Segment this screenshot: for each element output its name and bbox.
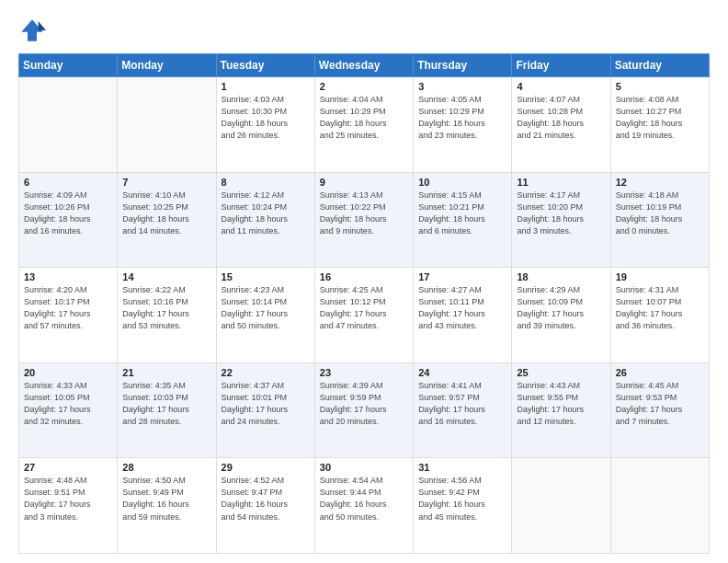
calendar-cell: 28Sunrise: 4:50 AM Sunset: 9:49 PM Dayli… [118,458,216,554]
calendar-cell: 27Sunrise: 4:48 AM Sunset: 9:51 PM Dayli… [19,458,118,554]
calendar-cell: 11Sunrise: 4:17 AM Sunset: 10:20 PM Dayl… [512,172,610,268]
calendar-header-sunday: Sunday [19,54,118,77]
day-info: Sunrise: 4:27 AM Sunset: 10:11 PM Daylig… [418,284,506,332]
calendar-cell: 2Sunrise: 4:04 AM Sunset: 10:29 PM Dayli… [314,77,413,173]
calendar-cell: 25Sunrise: 4:43 AM Sunset: 9:55 PM Dayli… [512,362,610,458]
calendar-week-3: 13Sunrise: 4:20 AM Sunset: 10:17 PM Dayl… [19,268,710,363]
day-info: Sunrise: 4:52 AM Sunset: 9:47 PM Dayligh… [222,475,310,523]
calendar-cell: 13Sunrise: 4:20 AM Sunset: 10:17 PM Dayl… [19,268,118,363]
calendar-cell: 7Sunrise: 4:10 AM Sunset: 10:25 PM Dayli… [118,172,216,268]
day-number: 25 [517,367,605,378]
svg-marker-1 [39,21,46,30]
day-number: 6 [24,177,112,188]
day-info: Sunrise: 4:50 AM Sunset: 9:49 PM Dayligh… [122,475,210,523]
header [18,17,710,44]
day-info: Sunrise: 4:41 AM Sunset: 9:57 PM Dayligh… [418,380,506,428]
calendar-cell: 8Sunrise: 4:12 AM Sunset: 10:24 PM Dayli… [216,172,314,268]
logo-icon [18,17,46,44]
day-number: 16 [320,271,408,282]
day-info: Sunrise: 4:31 AM Sunset: 10:07 PM Daylig… [616,284,704,332]
calendar-cell: 16Sunrise: 4:25 AM Sunset: 10:12 PM Dayl… [314,268,413,363]
day-number: 30 [320,462,408,473]
calendar-cell [610,458,709,554]
calendar-cell: 3Sunrise: 4:05 AM Sunset: 10:29 PM Dayli… [414,77,512,173]
day-number: 1 [222,81,310,92]
day-info: Sunrise: 4:56 AM Sunset: 9:42 PM Dayligh… [418,475,506,523]
day-number: 9 [320,177,408,188]
day-number: 28 [122,462,210,473]
day-info: Sunrise: 4:48 AM Sunset: 9:51 PM Dayligh… [24,475,112,523]
calendar-cell: 14Sunrise: 4:22 AM Sunset: 10:16 PM Dayl… [118,268,216,363]
day-number: 15 [222,271,310,282]
calendar-cell: 12Sunrise: 4:18 AM Sunset: 10:19 PM Dayl… [610,172,709,268]
day-info: Sunrise: 4:39 AM Sunset: 9:59 PM Dayligh… [320,380,408,428]
day-number: 2 [320,81,408,92]
day-info: Sunrise: 4:12 AM Sunset: 10:24 PM Daylig… [222,190,310,237]
day-number: 12 [616,177,704,188]
calendar-cell: 9Sunrise: 4:13 AM Sunset: 10:22 PM Dayli… [314,172,413,268]
day-number: 22 [222,367,310,378]
calendar-cell: 22Sunrise: 4:37 AM Sunset: 10:01 PM Dayl… [216,362,314,458]
day-number: 31 [418,462,506,473]
day-info: Sunrise: 4:43 AM Sunset: 9:55 PM Dayligh… [517,380,605,428]
calendar-cell [512,458,610,554]
day-info: Sunrise: 4:20 AM Sunset: 10:17 PM Daylig… [24,284,112,332]
day-info: Sunrise: 4:04 AM Sunset: 10:29 PM Daylig… [320,94,408,142]
day-number: 14 [122,271,210,282]
calendar-cell: 30Sunrise: 4:54 AM Sunset: 9:44 PM Dayli… [314,458,413,554]
calendar-cell [19,77,118,173]
calendar-week-4: 20Sunrise: 4:33 AM Sunset: 10:05 PM Dayl… [19,362,710,458]
day-number: 26 [616,367,704,378]
day-number: 8 [222,177,310,188]
day-info: Sunrise: 4:45 AM Sunset: 9:53 PM Dayligh… [616,380,704,428]
day-info: Sunrise: 4:37 AM Sunset: 10:01 PM Daylig… [222,380,310,428]
day-number: 13 [24,271,112,282]
day-number: 10 [418,177,506,188]
day-number: 20 [24,367,112,378]
day-info: Sunrise: 4:54 AM Sunset: 9:44 PM Dayligh… [320,475,408,523]
calendar-header-thursday: Thursday [414,54,512,77]
calendar-cell: 24Sunrise: 4:41 AM Sunset: 9:57 PM Dayli… [414,362,512,458]
calendar-cell: 20Sunrise: 4:33 AM Sunset: 10:05 PM Dayl… [19,362,118,458]
day-number: 27 [24,462,112,473]
calendar-cell: 21Sunrise: 4:35 AM Sunset: 10:03 PM Dayl… [118,362,216,458]
day-info: Sunrise: 4:33 AM Sunset: 10:05 PM Daylig… [24,380,112,428]
calendar-week-5: 27Sunrise: 4:48 AM Sunset: 9:51 PM Dayli… [19,458,710,554]
day-info: Sunrise: 4:17 AM Sunset: 10:20 PM Daylig… [517,190,605,237]
calendar-header-row: SundayMondayTuesdayWednesdayThursdayFrid… [19,54,710,77]
calendar-cell: 18Sunrise: 4:29 AM Sunset: 10:09 PM Dayl… [512,268,610,363]
calendar-header-wednesday: Wednesday [314,54,413,77]
day-number: 24 [418,367,506,378]
day-number: 3 [418,81,506,92]
calendar-cell: 29Sunrise: 4:52 AM Sunset: 9:47 PM Dayli… [216,458,314,554]
calendar-cell: 10Sunrise: 4:15 AM Sunset: 10:21 PM Dayl… [414,172,512,268]
day-info: Sunrise: 4:35 AM Sunset: 10:03 PM Daylig… [122,380,210,428]
calendar-week-1: 1Sunrise: 4:03 AM Sunset: 10:30 PM Dayli… [19,77,710,173]
day-number: 17 [418,271,506,282]
day-info: Sunrise: 4:08 AM Sunset: 10:27 PM Daylig… [616,94,704,142]
day-number: 11 [517,177,605,188]
day-number: 19 [616,271,704,282]
day-number: 23 [320,367,408,378]
day-info: Sunrise: 4:03 AM Sunset: 10:30 PM Daylig… [222,94,310,142]
day-info: Sunrise: 4:09 AM Sunset: 10:26 PM Daylig… [24,190,112,237]
calendar-header-monday: Monday [118,54,216,77]
calendar-table: SundayMondayTuesdayWednesdayThursdayFrid… [18,53,710,554]
calendar-cell: 5Sunrise: 4:08 AM Sunset: 10:27 PM Dayli… [610,77,709,173]
day-number: 29 [222,462,310,473]
day-number: 7 [122,177,210,188]
day-info: Sunrise: 4:22 AM Sunset: 10:16 PM Daylig… [122,284,210,332]
logo [18,17,50,44]
day-number: 4 [517,81,605,92]
calendar-cell: 19Sunrise: 4:31 AM Sunset: 10:07 PM Dayl… [610,268,709,363]
day-info: Sunrise: 4:29 AM Sunset: 10:09 PM Daylig… [517,284,605,332]
calendar-cell: 15Sunrise: 4:23 AM Sunset: 10:14 PM Dayl… [216,268,314,363]
day-number: 18 [517,271,605,282]
calendar-cell: 23Sunrise: 4:39 AM Sunset: 9:59 PM Dayli… [314,362,413,458]
calendar-cell: 31Sunrise: 4:56 AM Sunset: 9:42 PM Dayli… [414,458,512,554]
calendar-week-2: 6Sunrise: 4:09 AM Sunset: 10:26 PM Dayli… [19,172,710,268]
day-number: 5 [616,81,704,92]
day-info: Sunrise: 4:23 AM Sunset: 10:14 PM Daylig… [222,284,310,332]
calendar-cell: 26Sunrise: 4:45 AM Sunset: 9:53 PM Dayli… [610,362,709,458]
calendar-header-tuesday: Tuesday [216,54,314,77]
